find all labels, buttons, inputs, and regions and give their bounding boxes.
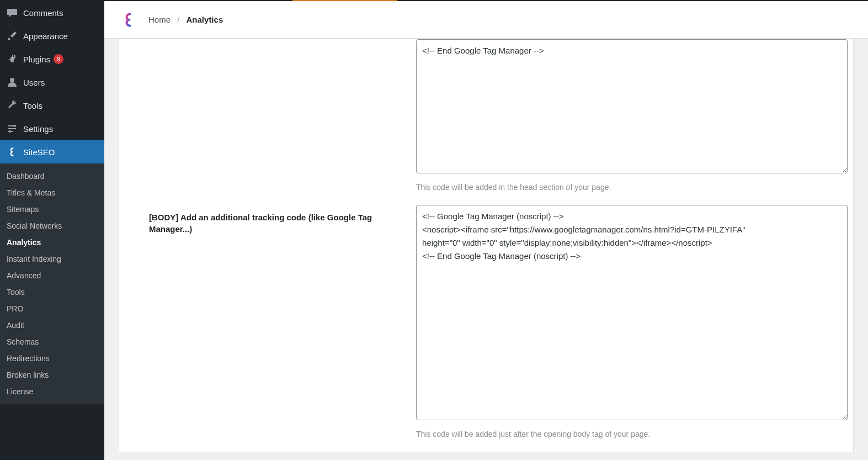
body-help-text: This code will be added just after the o… (416, 430, 848, 438)
plug-icon (7, 54, 18, 65)
head-help-text: This code will be added in the head sect… (416, 183, 848, 192)
settings-card: This code will be added in the head sect… (119, 39, 854, 452)
admin-sidebar: Comments Appearance Plugins 9 Users Tool… (0, 1, 104, 460)
sidebar-sub-broken-links[interactable]: Broken links (0, 367, 104, 383)
main-content: Home / Analytics This code will be added… (104, 1, 868, 460)
sidebar-sub-analytics[interactable]: Analytics (0, 234, 104, 251)
user-icon (7, 77, 18, 88)
siteseo-brand-icon (121, 12, 136, 28)
sidebar-item-label: Appearance (23, 31, 68, 41)
sidebar-sub-advanced[interactable]: Advanced (0, 267, 104, 284)
sidebar-item-siteseo[interactable]: SiteSEO (0, 140, 104, 163)
svg-point-1 (14, 125, 16, 127)
siteseo-icon (7, 146, 18, 157)
sidebar-item-label: Comments (23, 8, 63, 18)
svg-point-0 (10, 78, 14, 82)
plugins-update-badge: 9 (54, 54, 63, 64)
sidebar-sub-titles-metas[interactable]: Titles & Metas (0, 184, 104, 201)
sidebar-sub-schemas[interactable]: Schemas (0, 334, 104, 350)
head-code-label (119, 39, 416, 46)
sidebar-item-label: SiteSEO (23, 147, 55, 157)
svg-point-2 (9, 130, 11, 133)
sidebar-item-comments[interactable]: Comments (0, 1, 104, 24)
comment-icon (7, 7, 18, 18)
sidebar-item-label: Tools (23, 101, 42, 110)
sidebar-item-label: Users (23, 78, 45, 87)
wrench-icon (7, 100, 18, 111)
sidebar-sub-redirections[interactable]: Redirections (0, 350, 104, 367)
sidebar-item-users[interactable]: Users (0, 71, 104, 94)
head-tracking-code-textarea[interactable] (416, 39, 848, 173)
sidebar-item-label: Plugins (23, 55, 50, 64)
sidebar-sub-social-networks[interactable]: Social Networks (0, 218, 104, 234)
sidebar-sub-license[interactable]: License (0, 383, 104, 400)
sidebar-item-label: Settings (23, 124, 53, 134)
sidebar-sub-audit[interactable]: Audit (0, 317, 104, 334)
sidebar-item-tools[interactable]: Tools (0, 94, 104, 117)
sliders-icon (7, 123, 18, 134)
brush-icon (7, 30, 18, 41)
sidebar-sub-pro[interactable]: PRO (0, 300, 104, 317)
body-tracking-code-textarea[interactable] (416, 205, 848, 420)
breadcrumb-current: Analytics (187, 15, 223, 24)
breadcrumb-home[interactable]: Home (148, 15, 171, 24)
sidebar-sub-dashboard[interactable]: Dashboard (0, 168, 104, 184)
body-code-label: [BODY] Add an additional tracking code (… (119, 205, 416, 241)
breadcrumb-separator: / (177, 15, 179, 24)
sidebar-item-settings[interactable]: Settings (0, 117, 104, 140)
sidebar-item-appearance[interactable]: Appearance (0, 24, 104, 47)
breadcrumb: Home / Analytics (148, 15, 223, 24)
sidebar-submenu: Dashboard Titles & Metas Sitemaps Social… (0, 163, 104, 404)
sidebar-item-plugins[interactable]: Plugins 9 (0, 47, 104, 71)
sidebar-sub-tools[interactable]: Tools (0, 284, 104, 300)
sidebar-sub-sitemaps[interactable]: Sitemaps (0, 201, 104, 218)
breadcrumb-bar: Home / Analytics (104, 1, 868, 39)
sidebar-sub-instant-indexing[interactable]: Instant Indexing (0, 251, 104, 267)
